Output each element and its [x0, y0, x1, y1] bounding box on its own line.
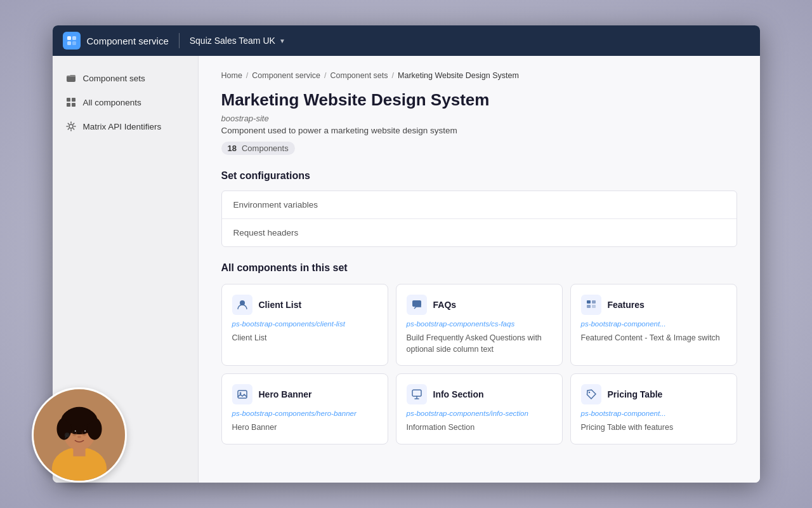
- card-name: Pricing Table: [608, 389, 663, 399]
- svg-rect-2: [67, 41, 71, 45]
- all-components-title: All components in this set: [221, 262, 737, 274]
- breadcrumb-current: Marketing Website Design System: [398, 71, 519, 80]
- request-headers-label: Request headers: [233, 228, 299, 237]
- card-name: Features: [608, 300, 645, 310]
- main-content: Home / Component service / Component set…: [199, 56, 760, 483]
- set-configurations-title: Set configurations: [221, 170, 737, 182]
- team-name: Squiz Sales Team UK: [190, 36, 275, 46]
- component-card-features[interactable]: Features ps-bootstrap-component... Featu…: [570, 284, 737, 366]
- sidebar-item-label: All components: [83, 98, 141, 107]
- card-path: ps-bootstrap-components/client-list: [232, 320, 377, 328]
- svg-rect-5: [67, 98, 70, 102]
- svg-rect-12: [587, 300, 591, 304]
- component-card-client-list[interactable]: Client List ps-bootstrap-components/clie…: [221, 284, 388, 366]
- svg-rect-16: [238, 391, 247, 398]
- request-headers-item[interactable]: Request headers: [222, 219, 737, 246]
- component-card-faqs[interactable]: FAQs ps-bootstrap-components/cs-faqs Bui…: [396, 284, 563, 366]
- card-description: Information Section: [407, 422, 552, 434]
- breadcrumb-sep-2: /: [324, 71, 326, 80]
- component-count-badge: 18 Components: [221, 142, 295, 155]
- top-navigation: Component service Squiz Sales Team UK ▼: [53, 25, 760, 56]
- main-layout: Component sets All components: [53, 56, 760, 483]
- env-vars-label: Environment variables: [233, 200, 318, 210]
- svg-point-34: [77, 436, 81, 438]
- sidebar-item-component-sets[interactable]: Component sets: [53, 66, 198, 90]
- svg-point-32: [75, 431, 76, 432]
- team-selector[interactable]: Squiz Sales Team UK ▼: [190, 36, 285, 46]
- svg-point-19: [588, 392, 589, 393]
- svg-rect-7: [67, 103, 70, 107]
- card-header: Client List: [232, 295, 377, 315]
- page-description: Component used to power a marketing webs…: [221, 126, 737, 135]
- app-name: Component service: [87, 36, 169, 46]
- image-icon: [232, 384, 252, 404]
- card-description: Featured Content - Text & Image switch: [581, 333, 726, 344]
- breadcrumb-home[interactable]: Home: [221, 71, 242, 80]
- card-description: Client List: [232, 333, 377, 344]
- svg-rect-14: [587, 305, 591, 308]
- folder-icon: [65, 72, 77, 84]
- chat-icon: [407, 295, 427, 315]
- card-description: Pricing Table with features: [581, 422, 726, 434]
- card-description: Build Frequently Asked Questions with op…: [407, 333, 552, 355]
- component-card-pricing-table[interactable]: Pricing Table ps-bootstrap-component... …: [570, 373, 737, 444]
- svg-point-30: [72, 430, 76, 434]
- svg-point-33: [84, 431, 86, 432]
- configurations-panel: Environment variables Request headers: [221, 190, 737, 247]
- component-card-info-section[interactable]: Info Section ps-bootstrap-components/inf…: [396, 373, 563, 444]
- card-path: ps-bootstrap-component...: [581, 320, 726, 328]
- svg-rect-18: [412, 390, 421, 396]
- card-description: Hero Banner: [232, 422, 377, 434]
- card-header: Features: [581, 295, 726, 315]
- svg-point-31: [82, 430, 86, 434]
- card-path: ps-bootstrap-components/hero-banner: [232, 410, 377, 417]
- svg-point-9: [69, 124, 73, 128]
- sidebar-item-all-components[interactable]: All components: [53, 90, 198, 114]
- card-path: ps-bootstrap-components/info-section: [407, 410, 552, 417]
- logo-icon: [63, 32, 81, 50]
- card-name: Info Section: [433, 389, 484, 399]
- page-subtitle: boostrap-site: [221, 114, 737, 123]
- settings-icon: [65, 121, 77, 132]
- svg-rect-0: [67, 36, 71, 40]
- environment-variables-item[interactable]: Environment variables: [222, 191, 737, 219]
- components-grid: Client List ps-bootstrap-components/clie…: [221, 284, 737, 444]
- tag-icon: [581, 384, 601, 404]
- card-path: ps-bootstrap-components/cs-faqs: [407, 320, 552, 328]
- svg-rect-1: [72, 36, 76, 40]
- grid-icon: [65, 97, 77, 108]
- monitor-icon: [407, 384, 427, 404]
- card-header: Info Section: [407, 384, 552, 404]
- breadcrumb-sep-1: /: [246, 71, 248, 80]
- breadcrumb-component-service[interactable]: Component service: [252, 71, 320, 80]
- avatar: [32, 387, 127, 483]
- person-icon: [232, 295, 252, 315]
- breadcrumb: Home / Component service / Component set…: [221, 71, 737, 80]
- card-header: Hero Banner: [232, 384, 377, 404]
- component-card-hero-banner[interactable]: Hero Banner ps-bootstrap-components/hero…: [221, 373, 388, 444]
- svg-rect-3: [72, 41, 76, 45]
- avatar-image: [34, 387, 125, 483]
- card-name: Client List: [259, 300, 302, 310]
- svg-rect-8: [72, 103, 75, 107]
- card-path: ps-bootstrap-component...: [581, 410, 726, 417]
- card-name: Hero Banner: [259, 389, 312, 399]
- breadcrumb-component-sets[interactable]: Component sets: [331, 71, 388, 80]
- count-label: Components: [242, 144, 289, 153]
- svg-rect-11: [412, 300, 421, 307]
- app-logo: Component service: [63, 32, 169, 50]
- svg-rect-15: [592, 305, 596, 308]
- grid-small-icon: [581, 295, 601, 315]
- page-title: Marketing Website Design System: [221, 90, 737, 110]
- breadcrumb-sep-3: /: [392, 71, 394, 80]
- card-header: Pricing Table: [581, 384, 726, 404]
- sidebar-item-matrix-api[interactable]: Matrix API Identifiers: [53, 114, 198, 138]
- sidebar-item-label: Component sets: [83, 74, 145, 83]
- nav-divider: [179, 33, 180, 48]
- chevron-down-icon: ▼: [279, 37, 285, 44]
- card-name: FAQs: [433, 300, 457, 310]
- svg-rect-13: [592, 300, 596, 304]
- svg-rect-6: [72, 98, 75, 102]
- svg-point-27: [65, 407, 94, 427]
- sidebar-item-label: Matrix API Identifiers: [83, 122, 162, 131]
